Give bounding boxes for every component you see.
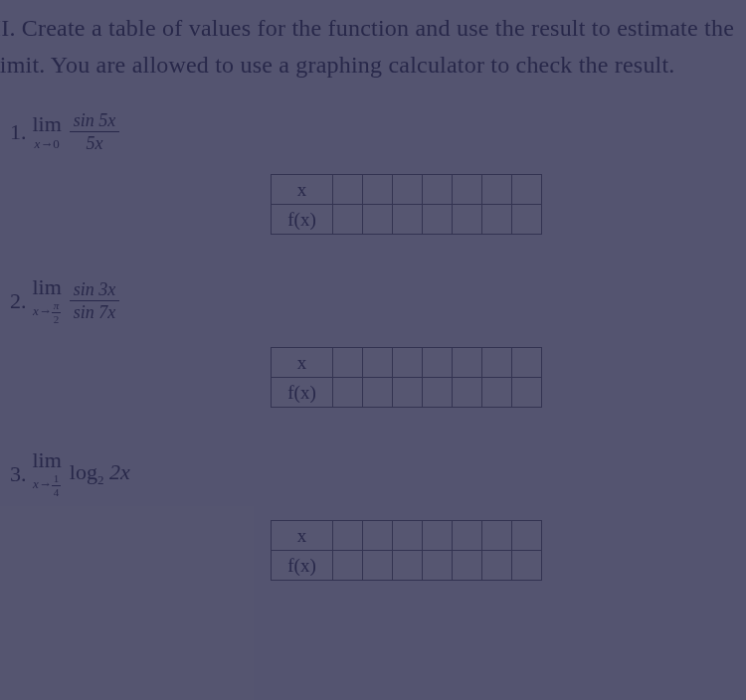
table-row: x <box>272 521 542 551</box>
table-cell <box>453 521 482 551</box>
table-cell <box>512 205 542 235</box>
table-cell <box>482 205 512 235</box>
table-cell <box>423 175 453 205</box>
fraction: sin 3x sin 7x <box>70 280 120 321</box>
table-cell <box>482 521 512 551</box>
table-cell <box>363 378 393 408</box>
table-cell <box>512 521 542 551</box>
table-cell <box>453 205 482 235</box>
table-cell <box>512 348 542 378</box>
table-row: x <box>272 348 542 378</box>
table-row: f(x) <box>272 551 542 581</box>
table-cell <box>393 521 423 551</box>
table-cell <box>333 521 363 551</box>
table-cell <box>482 551 512 581</box>
table-cell <box>453 551 482 581</box>
lim-label: lim <box>33 449 62 471</box>
log-expression: log2 2x <box>70 459 130 488</box>
table-cell <box>482 175 512 205</box>
table-row: x <box>272 175 542 205</box>
problem-3: 3. lim x→14 log2 2x x <box>10 449 746 581</box>
fraction-denominator: sin 7x <box>74 301 116 321</box>
table-cell <box>333 175 363 205</box>
problem-3-expression: 3. lim x→14 log2 2x <box>10 449 746 498</box>
table-cell <box>363 551 393 581</box>
fraction-numerator: sin 5x <box>70 111 120 132</box>
fraction: sin 5x 5x <box>70 111 120 152</box>
table-cell <box>333 551 363 581</box>
table-cell <box>512 175 542 205</box>
table-cell <box>393 551 423 581</box>
sfrac-den: 2 <box>54 313 60 325</box>
lim-label: lim <box>33 276 62 298</box>
fraction-denominator: 5x <box>87 132 103 152</box>
table-cell <box>423 378 453 408</box>
table-cell <box>423 521 453 551</box>
table-cell <box>333 378 363 408</box>
table-cell <box>393 205 423 235</box>
table-cell <box>363 205 393 235</box>
lim-approach: x→0 <box>35 137 60 150</box>
value-table-1: x f(x) <box>271 174 542 235</box>
value-table-3-wrap: x f(x) <box>271 520 746 581</box>
table-cell <box>363 521 393 551</box>
row-label-x: x <box>272 175 333 205</box>
lim-approach: x→π2 <box>33 300 61 325</box>
problem-2-expression: 2. lim x→π2 sin 3x sin 7x <box>10 276 746 325</box>
limit-operator: lim x→π2 <box>33 276 62 325</box>
problem-number: 3. <box>10 461 27 487</box>
worksheet-page: II. Create a table of values for the fun… <box>0 0 746 581</box>
limit-operator: lim x→0 <box>33 113 62 150</box>
table-cell <box>393 378 423 408</box>
sfrac-den: 4 <box>54 486 60 498</box>
table-cell <box>333 205 363 235</box>
table-cell <box>423 348 453 378</box>
value-table-3: x f(x) <box>271 520 542 581</box>
lim-var: x→ <box>33 477 52 492</box>
fraction-numerator: sin 3x <box>70 280 120 301</box>
problem-2: 2. lim x→π2 sin 3x sin 7x x <box>10 276 746 408</box>
problem-1-expression: 1. lim x→0 sin 5x 5x <box>10 111 746 152</box>
table-cell <box>333 348 363 378</box>
lim-approach: x→14 <box>33 473 61 498</box>
sfrac-num: 1 <box>52 473 62 486</box>
table-cell <box>363 348 393 378</box>
table-cell <box>393 175 423 205</box>
value-table-2-wrap: x f(x) <box>271 347 746 408</box>
value-table-1-wrap: x f(x) <box>271 174 746 235</box>
table-row: f(x) <box>272 205 542 235</box>
problem-number: 2. <box>10 288 27 314</box>
lim-var: x→ <box>33 304 52 319</box>
lim-label: lim <box>33 113 62 135</box>
row-label-x: x <box>272 521 333 551</box>
row-label-fx: f(x) <box>272 205 333 235</box>
value-table-2: x f(x) <box>271 347 542 408</box>
table-cell <box>423 205 453 235</box>
table-cell <box>453 378 482 408</box>
problem-number: 1. <box>10 119 27 145</box>
limit-operator: lim x→14 <box>33 449 62 498</box>
lim-value-fraction: π2 <box>52 300 62 325</box>
lim-value-fraction: 14 <box>52 473 62 498</box>
row-label-fx: f(x) <box>272 378 333 408</box>
table-cell <box>363 175 393 205</box>
table-cell <box>512 551 542 581</box>
table-cell <box>453 175 482 205</box>
row-label-x: x <box>272 348 333 378</box>
lim-value: 0 <box>53 136 60 151</box>
table-cell <box>423 551 453 581</box>
table-cell <box>393 348 423 378</box>
table-row: f(x) <box>272 378 542 408</box>
table-cell <box>482 378 512 408</box>
lim-var: x→ <box>35 136 54 151</box>
sfrac-num: π <box>52 300 62 313</box>
section-instructions: II. Create a table of values for the fun… <box>0 10 746 84</box>
problem-1: 1. lim x→0 sin 5x 5x x <box>10 111 746 235</box>
log-text: log <box>70 459 97 484</box>
table-cell <box>512 378 542 408</box>
log-arg: 2x <box>103 459 129 484</box>
table-cell <box>453 348 482 378</box>
row-label-fx: f(x) <box>272 551 333 581</box>
table-cell <box>482 348 512 378</box>
